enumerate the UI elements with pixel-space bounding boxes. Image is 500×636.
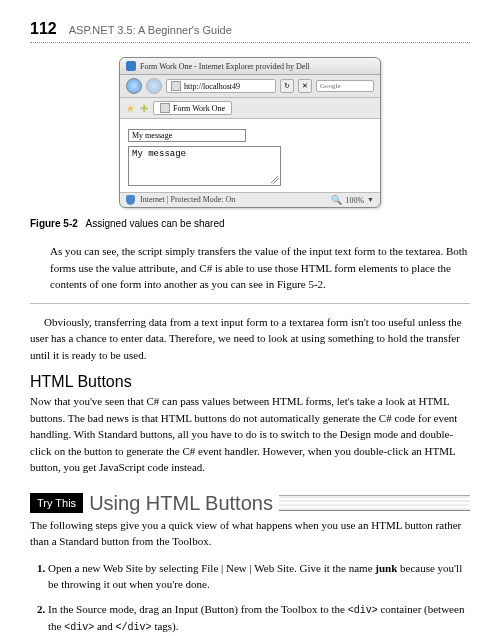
- stop-button[interactable]: ✕: [298, 79, 312, 93]
- tab-row: ★ ✚ Form Work One: [120, 98, 380, 119]
- section1-paragraph: Now that you've seen that C# can pass va…: [30, 393, 470, 476]
- step1-text-a: Open a new Web Site by selecting File | …: [48, 562, 375, 574]
- text-input[interactable]: My message: [128, 129, 246, 142]
- try-this-title: Using HTML Buttons: [89, 492, 273, 515]
- resize-handle-icon[interactable]: [271, 176, 279, 184]
- url-field[interactable]: http://localhost49: [166, 79, 276, 93]
- browser-titlebar: Form Work One - Internet Explorer provid…: [120, 58, 380, 75]
- url-text: http://localhost49: [184, 82, 240, 91]
- step2-text-d: tags).: [152, 620, 179, 632]
- step2-code1: <div>: [348, 605, 378, 616]
- try-this-badge: Try This: [30, 493, 83, 513]
- try-this-decoration: [279, 495, 470, 511]
- zoom-value: 100%: [345, 196, 364, 205]
- section-divider: [30, 303, 470, 304]
- zoom-control[interactable]: 🔍 100% ▼: [331, 195, 374, 205]
- browser-window: Form Work One - Internet Explorer provid…: [119, 57, 381, 208]
- steps-list: Open a new Web Site by selecting File | …: [48, 560, 470, 635]
- paragraph-1: As you can see, the script simply transf…: [50, 243, 470, 293]
- page-header: 112 ASP.NET 3.5: A Beginner's Guide: [30, 20, 470, 38]
- chevron-down-icon: ▼: [367, 196, 374, 204]
- page-icon: [171, 81, 181, 91]
- status-left: Internet | Protected Mode: On: [126, 195, 235, 205]
- favorites-add-icon[interactable]: ✚: [140, 103, 148, 114]
- step2-text-c: and: [94, 620, 115, 632]
- book-title: ASP.NET 3.5: A Beginner's Guide: [69, 24, 232, 36]
- tab-title: Form Work One: [173, 104, 225, 113]
- zoom-icon: 🔍: [331, 195, 342, 205]
- status-text: Internet | Protected Mode: On: [140, 195, 235, 204]
- try-this-intro: The following steps give you a quick vie…: [30, 517, 470, 550]
- page-content: My message My message: [120, 119, 380, 192]
- address-bar: http://localhost49 ↻ ✕ Google: [120, 75, 380, 98]
- step1-bold: junk: [375, 562, 397, 574]
- refresh-button[interactable]: ↻: [280, 79, 294, 93]
- try-this-heading-row: Try This Using HTML Buttons: [30, 492, 470, 515]
- textarea[interactable]: My message: [128, 146, 281, 186]
- header-divider: [30, 42, 470, 43]
- figure-label: Figure 5-2: [30, 218, 78, 229]
- figure-caption-text: Assigned values can be shared: [86, 218, 225, 229]
- step2-text-a: In the Source mode, drag an Input (Butto…: [48, 603, 348, 615]
- favorites-star-icon[interactable]: ★: [126, 103, 135, 114]
- step2-code2: <div>: [64, 622, 94, 633]
- browser-tab[interactable]: Form Work One: [153, 101, 232, 115]
- status-bar: Internet | Protected Mode: On 🔍 100% ▼: [120, 192, 380, 207]
- paragraph-2: Obviously, transferring data from a text…: [30, 314, 470, 364]
- shield-icon: [126, 195, 135, 205]
- figure-caption: Figure 5-2 Assigned values can be shared: [30, 218, 470, 229]
- ie-icon: [126, 61, 136, 71]
- search-box[interactable]: Google: [316, 80, 374, 92]
- window-title: Form Work One - Internet Explorer provid…: [140, 62, 310, 71]
- back-button[interactable]: [126, 78, 142, 94]
- section-heading-html-buttons: HTML Buttons: [30, 373, 470, 391]
- tab-page-icon: [160, 103, 170, 113]
- step2-code3: </div>: [116, 622, 152, 633]
- forward-button[interactable]: [146, 78, 162, 94]
- step-1: Open a new Web Site by selecting File | …: [48, 560, 470, 593]
- page-number: 112: [30, 20, 57, 38]
- step-2: In the Source mode, drag an Input (Butto…: [48, 601, 470, 635]
